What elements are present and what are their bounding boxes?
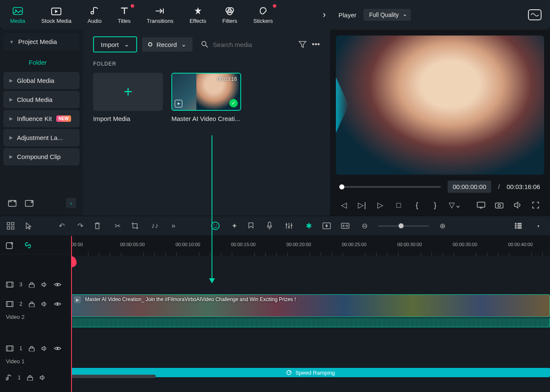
chevron-right-icon: ▶ [9, 154, 13, 159]
tracks-area[interactable]: ▶ Master AI Video Creation_ Join the #Fi… [71, 256, 550, 379]
chevron-down-icon: ⌄ [181, 41, 187, 48]
prev-frame-button[interactable]: ◁ [339, 200, 348, 210]
track-view-chevron[interactable]: ▾ [533, 224, 543, 228]
visibility-icon[interactable] [54, 282, 61, 287]
track-header-3[interactable]: 3 [0, 275, 71, 294]
mark-out-button[interactable]: } [431, 201, 440, 210]
auto-cut-icon[interactable]: ✱ [304, 222, 314, 230]
media-panel: Import ⌄ Record ⌄ ••• FOLDER + [83, 30, 330, 216]
zoom-slider[interactable] [378, 225, 429, 227]
marker-dropdown[interactable]: ▽⌄ [449, 200, 458, 210]
fullscreen-button[interactable] [532, 201, 541, 209]
svg-rect-30 [517, 227, 522, 229]
fit-icon[interactable] [341, 223, 351, 229]
waveform-button[interactable] [528, 9, 542, 20]
import-media-card[interactable]: + Import Media [93, 73, 163, 122]
mark-in-button[interactable]: { [412, 201, 421, 210]
collapse-sidebar-button[interactable]: ‹ [66, 198, 76, 208]
record-button[interactable]: Record ⌄ [142, 37, 192, 52]
track-header-2[interactable]: 2 [0, 294, 71, 314]
snapshot-button[interactable] [495, 202, 504, 208]
tab-filters[interactable]: Filters [220, 3, 239, 27]
grid-icon[interactable] [7, 222, 17, 230]
progress-bar[interactable] [339, 186, 441, 188]
lock-icon[interactable] [28, 345, 35, 351]
sidebar-project-media[interactable]: ▼ Project Media [3, 33, 80, 50]
tab-effects[interactable]: Effects [188, 3, 208, 27]
progress-handle[interactable] [339, 184, 344, 189]
display-button[interactable] [477, 202, 486, 208]
sidebar-compound-clip[interactable]: ▶ Compound Clip [3, 148, 80, 165]
track-view-icon[interactable] [514, 222, 525, 229]
tab-transitions[interactable]: Transitions [145, 3, 175, 27]
more-tools-button[interactable]: » [168, 222, 179, 230]
volume-button[interactable] [514, 201, 522, 209]
audio-tool-button[interactable]: ♪♪ [150, 222, 160, 230]
keyframe-icon[interactable] [322, 222, 333, 229]
crop-button[interactable] [131, 222, 141, 230]
time-ruler[interactable]: 00:0000:00:05:0000:00:10:0000:00:15:0000… [71, 236, 550, 256]
mute-icon[interactable] [41, 282, 48, 288]
tab-stock-media[interactable]: Stock Media [39, 3, 73, 27]
track-header-audio-1[interactable]: 1 [0, 368, 71, 387]
svg-rect-26 [515, 225, 517, 227]
zoom-out-button[interactable]: ⊖ [360, 222, 370, 230]
mute-icon[interactable] [39, 375, 46, 381]
sidebar-global-media[interactable]: ▶ Global Media [3, 72, 80, 89]
lock-icon[interactable] [28, 301, 35, 307]
preview-viewport[interactable] [336, 36, 544, 175]
media-clip-card[interactable]: 00:03:16 ✓ Master AI Video Creati... [171, 73, 241, 122]
filter-icon[interactable] [298, 41, 307, 48]
visibility-icon[interactable] [54, 346, 61, 351]
redo-button[interactable]: ↷ [75, 222, 85, 230]
tab-stickers[interactable]: Stickers [252, 3, 275, 27]
tab-titles[interactable]: Titles [116, 3, 132, 27]
delete-folder-icon[interactable] [24, 197, 36, 209]
cursor-icon[interactable] [25, 222, 36, 230]
quality-dropdown[interactable]: Full Quality [363, 9, 411, 21]
mute-icon[interactable] [41, 301, 48, 307]
audio-waveform[interactable] [71, 318, 550, 327]
search-input[interactable] [213, 41, 293, 48]
play-button[interactable]: ▷ [376, 200, 385, 210]
tabs-scroll-right[interactable]: › [323, 9, 326, 20]
chevron-down-icon: ⌄ [124, 41, 129, 48]
more-icon[interactable]: ••• [312, 40, 320, 49]
lock-icon[interactable] [28, 282, 35, 288]
playhead[interactable] [71, 236, 72, 392]
svg-point-22 [291, 225, 292, 226]
track-lane-3[interactable] [71, 256, 550, 276]
track-lane-1[interactable] [71, 329, 550, 368]
delete-button[interactable] [94, 222, 104, 230]
mute-icon[interactable] [41, 345, 48, 351]
link-icon[interactable] [24, 241, 34, 249]
lock-icon[interactable] [27, 375, 33, 381]
visibility-icon[interactable] [54, 302, 61, 307]
sidebar-influence-kit[interactable]: ▶ Influence Kit NEW [3, 110, 80, 127]
ruler-tick: 00:00:20:00 [286, 242, 311, 247]
stop-button[interactable]: □ [394, 201, 403, 210]
svg-point-21 [288, 226, 290, 228]
undo-button[interactable]: ↶ [57, 222, 67, 230]
svg-rect-31 [6, 243, 12, 249]
add-track-icon[interactable] [6, 241, 16, 249]
sidebar-adjustment-layer[interactable]: ▶ Adjustment La... [3, 129, 80, 146]
tab-media[interactable]: Media [8, 3, 27, 27]
render-icon[interactable]: ✦ [229, 222, 239, 230]
track-header-1[interactable]: 1 [0, 339, 71, 358]
import-button[interactable]: Import ⌄ [93, 36, 137, 52]
track-lane-2[interactable]: ▶ Master AI Video Creation_ Join the #Fi… [71, 293, 550, 329]
tab-audio[interactable]: Audio [86, 3, 103, 27]
marker-icon[interactable] [248, 222, 258, 230]
voiceover-icon[interactable] [267, 222, 277, 230]
sidebar-folder[interactable]: Folder [3, 52, 80, 70]
step-forward-button[interactable]: ▷| [358, 200, 366, 210]
split-button[interactable]: ✂ [113, 222, 123, 230]
new-folder-icon[interactable] [7, 197, 19, 209]
sidebar-cloud-media[interactable]: ▶ Cloud Media [3, 91, 80, 108]
clip-strip[interactable]: ▶ Master AI Video Creation_ Join the #Fi… [71, 294, 550, 317]
zoom-in-button[interactable]: ⊕ [437, 222, 448, 230]
horizontal-scrollbar[interactable] [71, 375, 156, 378]
timeline-body[interactable]: 00:0000:00:05:0000:00:10:0000:00:15:0000… [71, 236, 550, 392]
mixer-icon[interactable] [285, 222, 295, 230]
